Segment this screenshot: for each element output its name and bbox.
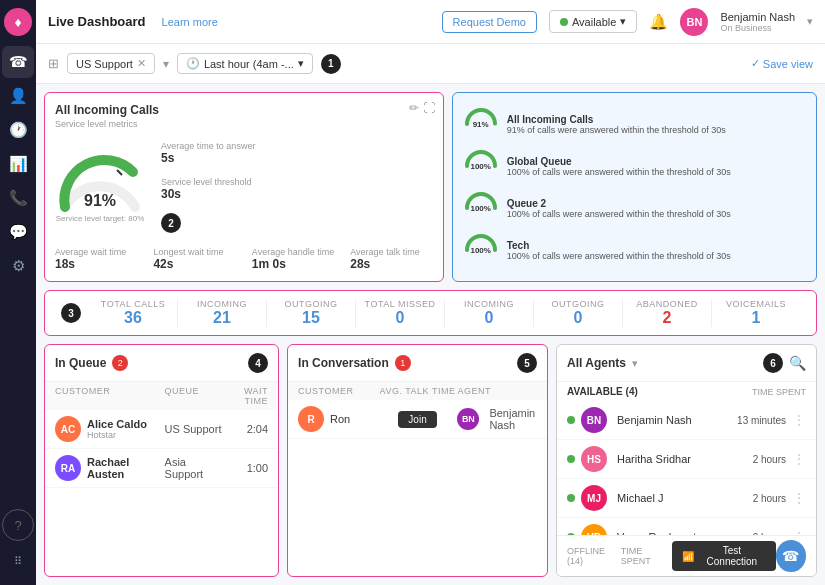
more-icon[interactable]: ⋮ — [792, 490, 806, 506]
chevron-down-icon-user[interactable]: ▾ — [807, 15, 813, 28]
stat-value: 0 — [542, 309, 614, 327]
sidebar-item-contacts[interactable]: 👤 — [2, 80, 34, 112]
agent-name: Benjamin Nash — [489, 407, 537, 431]
col-queue-header: QUEUE — [165, 386, 226, 406]
customer-sub: Hotstar — [87, 430, 147, 440]
metrics-bottom: Average wait time 18s Longest wait time … — [55, 247, 433, 271]
in-conversation-badge: 1 — [395, 355, 411, 371]
agent-info: Michael J — [617, 492, 715, 504]
stat-item: INCOMING 21 — [178, 299, 267, 327]
checkmark-icon: ✓ — [751, 57, 760, 70]
agent-avatar: BN — [581, 407, 607, 433]
slt-value: 30s — [161, 187, 433, 201]
step-badge-1: 1 — [321, 54, 341, 74]
col-queue: US Support — [165, 423, 226, 435]
stats-bar: 3 TOTAL CALLS 36 INCOMING 21 OUTGOING 15… — [44, 290, 817, 336]
stat-label: OUTGOING — [542, 299, 614, 309]
chevron-down-icon-filter[interactable]: ▾ — [163, 57, 169, 71]
gauge-area: 91% Service level target: 80% — [55, 135, 145, 239]
sidebar-item-messages[interactable]: 💬 — [2, 216, 34, 248]
avg-wait-item: Average wait time 18s — [55, 247, 137, 271]
stat-value: 2 — [631, 309, 703, 327]
queue-pct: 100% — [470, 162, 490, 171]
longest-wait-label: Longest wait time — [153, 247, 235, 257]
search-icon[interactable]: 🔍 — [789, 355, 806, 371]
wifi-icon: 📶 — [682, 551, 694, 562]
chevron-down-icon: ▾ — [620, 15, 626, 28]
stat-label: OUTGOING — [275, 299, 347, 309]
customer-avatar-conv: R — [298, 406, 324, 432]
step-badge-4: 4 — [248, 353, 268, 373]
sidebar-item-analytics[interactable]: 📊 — [2, 148, 34, 180]
top-row: ✏ ⛶ All Incoming Calls Service level met… — [44, 92, 817, 282]
col-agent: BN Benjamin Nash — [457, 407, 537, 431]
col-wait-header: WAIT TIME — [225, 386, 268, 406]
sidebar-item-phone[interactable]: ☎ — [2, 46, 34, 78]
in-queue-header: In Queue 2 4 — [45, 345, 278, 382]
agents-title: All Agents — [567, 356, 626, 370]
us-support-filter-tag[interactable]: US Support ✕ — [67, 53, 155, 74]
status-dropdown[interactable]: Available ▾ — [549, 10, 637, 33]
sidebar-item-clock[interactable]: 🕐 — [2, 114, 34, 146]
request-demo-button[interactable]: Request Demo — [442, 11, 537, 33]
notification-icon[interactable]: 🔔 — [649, 13, 668, 31]
stat-item: INCOMING 0 — [445, 299, 534, 327]
user-sub: On Business — [720, 23, 795, 33]
time-filter-dropdown[interactable]: 🕐 Last hour (4am -... ▾ — [177, 53, 313, 74]
time-spent-bottom: TIME SPENT — [621, 546, 672, 566]
col-queue: Asia Support — [165, 456, 226, 480]
agent-status-dot — [567, 455, 575, 463]
expand-icon[interactable]: ⛶ — [423, 101, 435, 115]
metrics-card-title: All Incoming Calls — [55, 103, 433, 117]
col-wait: 2:04 — [225, 423, 268, 435]
sidebar-item-settings[interactable]: ⚙ — [2, 250, 34, 282]
longest-wait-value: 42s — [153, 257, 235, 271]
bottom-row: In Queue 2 4 CUSTOMER QUEUE WAIT TIME AC… — [44, 344, 817, 577]
queue-desc: 100% of calls were answered within the t… — [507, 251, 806, 261]
sidebar-item-apps[interactable]: ⠿ — [2, 545, 34, 577]
stat-label: INCOMING — [186, 299, 258, 309]
avg-handle-label: Average handle time — [252, 247, 334, 257]
edit-icon[interactable]: ✏ — [409, 101, 419, 115]
save-view-button[interactable]: ✓ Save view — [751, 57, 813, 70]
col-customer-header: CUSTOMER — [55, 386, 165, 406]
more-icon[interactable]: ⋮ — [792, 412, 806, 428]
queue-pct: 100% — [470, 204, 490, 213]
in-queue-row: AC Alice Caldo Hotstar US Support 2:04 — [45, 410, 278, 449]
chevron-down-icon-agents[interactable]: ▾ — [632, 357, 638, 370]
agent-name: Benjamin Nash — [617, 414, 715, 426]
agent-rows: BN Benjamin Nash 13 minutes ⋮ HS Haritha… — [557, 401, 816, 535]
sidebar-item-help[interactable]: ? — [2, 509, 34, 541]
customer-name: Rachael Austen — [87, 456, 165, 480]
avg-time-row: Average time to answer 5s — [161, 141, 433, 165]
agent-row: MJ Michael J 2 hours ⋮ — [557, 479, 816, 518]
stat-item: TOTAL CALLS 36 — [89, 299, 178, 327]
col-customer: AC Alice Caldo Hotstar — [55, 416, 165, 442]
in-conversation-header: In Conversation 1 5 — [288, 345, 547, 382]
agent-time: 2 hours — [721, 493, 786, 504]
stat-value: 1 — [720, 309, 792, 327]
avg-wait-value: 18s — [55, 257, 137, 271]
join-button[interactable]: Join — [398, 411, 436, 428]
queue-info: All Incoming Calls 91% of calls were ans… — [507, 114, 806, 135]
slt-row: Service level threshold 30s — [161, 177, 433, 201]
avg-handle-value: 1m 0s — [252, 257, 334, 271]
sidebar-item-calls[interactable]: 📞 — [2, 182, 34, 214]
queues-card: 91% All Incoming Calls 91% of calls were… — [452, 92, 817, 282]
test-connection-button[interactable]: 📶 Test Connection — [672, 541, 775, 571]
sidebar-logo: ♦ — [4, 8, 32, 36]
more-icon[interactable]: ⋮ — [792, 451, 806, 467]
phone-fab[interactable]: ☎ — [776, 540, 806, 572]
learn-more-link[interactable]: Learn more — [162, 16, 218, 28]
step-badge-6: 6 — [763, 353, 783, 373]
step-badge-2: 2 — [161, 213, 181, 233]
customer-name-conv: Ron — [330, 413, 350, 425]
stat-value: 15 — [275, 309, 347, 327]
agent-info: Benjamin Nash — [617, 414, 715, 426]
step-badge-3: 3 — [61, 303, 81, 323]
queue-desc: 100% of calls were answered within the t… — [507, 167, 806, 177]
available-count-label[interactable]: AVAILABLE (4) — [567, 386, 638, 397]
stat-item: OUTGOING 15 — [267, 299, 356, 327]
filter-remove-icon[interactable]: ✕ — [137, 57, 146, 70]
mini-gauge: 100% — [463, 148, 499, 184]
